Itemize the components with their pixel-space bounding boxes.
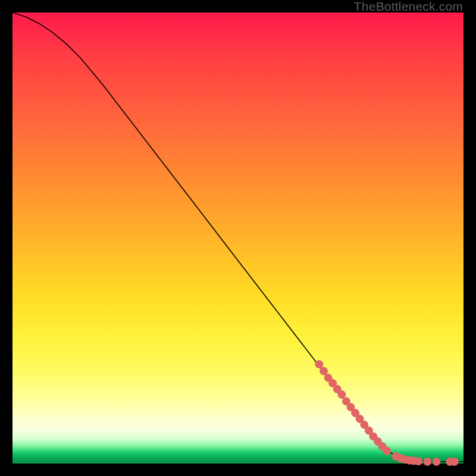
plot-area [12, 12, 464, 464]
data-point [424, 458, 431, 465]
data-point [320, 367, 328, 375]
data-point [315, 361, 323, 368]
scatter-group [315, 361, 458, 466]
data-point [383, 447, 391, 455]
chart-stage: TheBottleneck.com [0, 0, 476, 476]
watermark-text: TheBottleneck.com [354, 0, 463, 12]
data-point [433, 458, 440, 465]
data-curve [12, 12, 464, 462]
data-point [338, 391, 346, 399]
data-point [415, 458, 422, 465]
chart-overlay [12, 12, 464, 464]
data-point [450, 458, 458, 465]
